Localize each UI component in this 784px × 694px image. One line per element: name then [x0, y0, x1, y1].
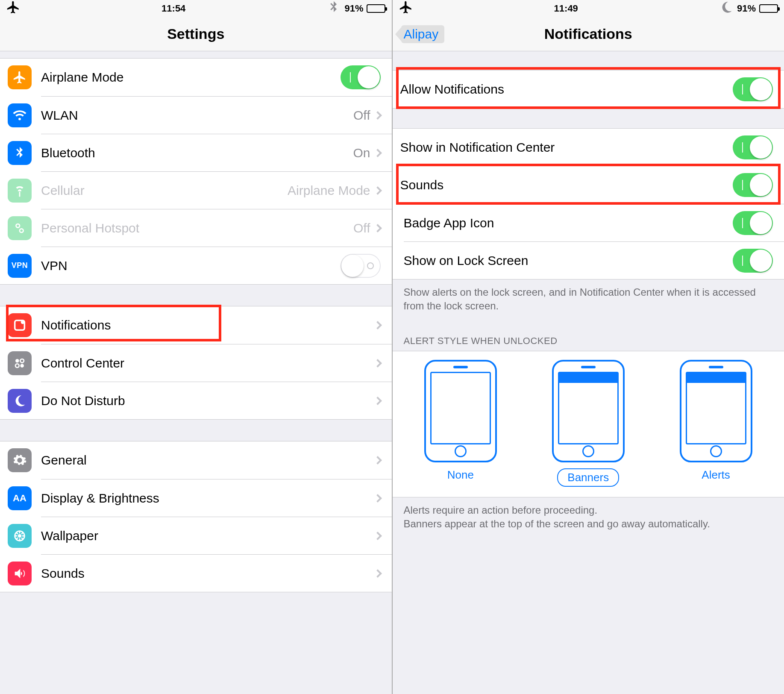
row-label: Cellular	[41, 183, 288, 198]
dnd-status-icon	[719, 0, 734, 17]
status-time: 11:54	[161, 3, 185, 14]
row-label: VPN	[41, 259, 341, 273]
control-center-icon	[8, 351, 32, 375]
svg-point-5	[20, 364, 24, 368]
chevron-right-icon	[373, 359, 382, 368]
row-label: Wallpaper	[41, 529, 375, 543]
row-sounds[interactable]: Sounds	[41, 554, 392, 592]
chevron-right-icon	[373, 569, 382, 578]
row-label: Airplane Mode	[41, 70, 341, 85]
system-group-1: Notifications Control Center Do Not Dist…	[0, 306, 392, 420]
allow-group: Allow Notifications	[393, 70, 784, 109]
airplane-icon	[8, 65, 32, 89]
airplane-toggle[interactable]	[341, 65, 381, 89]
battery-icon	[759, 4, 778, 13]
alert-style-group: None Banners Alerts	[393, 351, 784, 497]
chevron-left-icon	[395, 27, 401, 41]
row-wallpaper[interactable]: Wallpaper	[41, 517, 392, 554]
row-label: Show in Notification Center	[400, 140, 733, 155]
display-icon: AA	[8, 486, 32, 510]
battery-percent: 91%	[737, 3, 756, 14]
back-button[interactable]: Alipay	[401, 25, 445, 43]
row-value: Off	[353, 221, 370, 235]
row-sounds[interactable]: Sounds	[393, 166, 784, 204]
row-do-not-disturb[interactable]: Do Not Disturb	[41, 382, 392, 419]
page-title: Notifications	[544, 26, 632, 42]
row-label: Allow Notifications	[400, 82, 733, 97]
lock-toggle[interactable]	[733, 249, 773, 273]
row-show-in-center[interactable]: Show in Notification Center	[393, 129, 784, 166]
row-label: Do Not Disturb	[41, 394, 375, 408]
notifications-screen: 11:49 91% Alipay Notifications Allow Not…	[393, 0, 784, 694]
row-allow-notifications[interactable]: Allow Notifications	[393, 71, 784, 108]
battery-percent: 91%	[344, 3, 363, 14]
vpn-toggle[interactable]	[341, 254, 381, 278]
row-lock-screen[interactable]: Show on Lock Screen	[404, 241, 784, 279]
row-label: Bluetooth	[41, 146, 353, 160]
status-bar: 11:54 91%	[0, 0, 392, 17]
footer-alert-style: Alerts require an action before proceedi…	[393, 497, 784, 541]
nav-header: Alipay Notifications	[393, 17, 784, 51]
connectivity-group: Airplane Mode WLAN Off Bluetooth On Cell…	[0, 58, 392, 285]
gear-icon	[8, 448, 32, 472]
row-value: On	[353, 146, 370, 160]
chevron-right-icon	[373, 494, 382, 503]
row-vpn[interactable]: VPN VPN	[41, 247, 392, 284]
row-badge[interactable]: Badge App Icon	[404, 204, 784, 241]
badge-toggle[interactable]	[733, 211, 773, 235]
chevron-right-icon	[373, 397, 382, 405]
hotspot-icon	[8, 216, 32, 240]
page-title: Settings	[167, 26, 224, 42]
cellular-icon	[8, 179, 32, 203]
bluetooth-status-icon	[326, 0, 341, 17]
row-label: Badge App Icon	[404, 216, 733, 230]
bluetooth-icon	[8, 141, 32, 165]
airplane-mode-status-icon	[6, 0, 21, 17]
row-notifications[interactable]: Notifications	[0, 306, 392, 344]
chevron-right-icon	[373, 224, 382, 232]
chevron-right-icon	[373, 186, 382, 195]
row-label: Notifications	[41, 318, 375, 332]
allow-toggle[interactable]	[733, 77, 773, 101]
status-bar: 11:49 91%	[393, 0, 784, 17]
dnd-icon	[8, 389, 32, 413]
chevron-right-icon	[373, 149, 382, 157]
svg-point-2	[15, 359, 19, 363]
row-general[interactable]: General	[0, 441, 392, 479]
row-label: Control Center	[41, 356, 375, 371]
chevron-right-icon	[373, 456, 382, 465]
alert-style-banners[interactable]: Banners	[552, 360, 625, 487]
chevron-right-icon	[373, 111, 382, 120]
alert-style-alerts[interactable]: Alerts	[680, 360, 752, 487]
alert-style-none[interactable]: None	[424, 360, 497, 487]
row-control-center[interactable]: Control Center	[41, 344, 392, 382]
row-personal-hotspot: Personal Hotspot Off	[41, 209, 392, 247]
row-value: Off	[353, 108, 370, 123]
svg-point-1	[21, 321, 25, 324]
footer-lock-screen: Show alerts on the lock screen, and in N…	[393, 279, 784, 323]
options-group: Show in Notification Center Sounds Badge…	[393, 128, 784, 279]
svg-point-3	[20, 359, 24, 363]
sounds-icon	[8, 562, 32, 585]
vpn-icon: VPN	[8, 254, 32, 278]
battery-icon	[367, 4, 385, 13]
notifications-icon	[8, 313, 32, 337]
svg-point-4	[15, 364, 19, 368]
row-cellular: Cellular Airplane Mode	[41, 171, 392, 209]
row-display-brightness[interactable]: AA Display & Brightness	[41, 479, 392, 517]
row-airplane-mode[interactable]: Airplane Mode	[0, 59, 392, 96]
row-label: General	[41, 453, 375, 468]
chevron-right-icon	[373, 321, 382, 329]
wifi-icon	[8, 103, 32, 127]
alert-style-label: Banners	[557, 468, 619, 487]
row-label: Display & Brightness	[41, 491, 375, 506]
back-label: Alipay	[404, 27, 439, 41]
row-bluetooth[interactable]: Bluetooth On	[41, 134, 392, 171]
wallpaper-icon	[8, 524, 32, 548]
alert-style-label: Alerts	[702, 468, 730, 482]
row-wlan[interactable]: WLAN Off	[41, 96, 392, 134]
center-toggle[interactable]	[733, 135, 773, 159]
row-label: Sounds	[400, 178, 733, 192]
sounds-toggle[interactable]	[733, 173, 773, 197]
status-time: 11:49	[554, 3, 578, 14]
